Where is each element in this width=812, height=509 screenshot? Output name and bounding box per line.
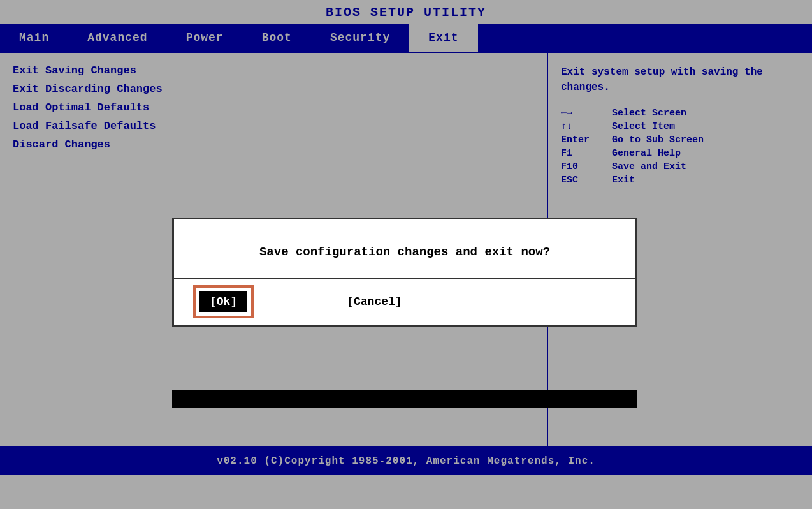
menu-item[interactable]: Exit Discarding Changes [13, 83, 534, 95]
black-bar [172, 390, 637, 408]
menu-item[interactable]: Exit Saving Changes [13, 64, 534, 77]
key-desc: Select Screen [612, 108, 686, 119]
modal-dialog: Save configuration changes and exit now?… [172, 218, 637, 327]
key-desc: Go to Sub Screen [612, 135, 704, 145]
key-name: ←→ [561, 108, 612, 119]
help-text: Exit system setup with saving the change… [561, 64, 799, 95]
title-bar: BIOS SETUP UTILITY [0, 0, 812, 24]
key-name: ↑↓ [561, 121, 612, 132]
app-title: BIOS SETUP UTILITY [326, 5, 486, 20]
key-hint-row: F10Save and Exit [561, 161, 799, 172]
key-name: F10 [561, 161, 612, 172]
ok-button[interactable]: [Ok] [199, 291, 247, 312]
key-desc: General Help [612, 148, 681, 159]
modal-message: Save configuration changes and exit now? [174, 219, 635, 279]
key-hint-row: ↑↓Select Item [561, 121, 799, 132]
nav-item-exit[interactable]: Exit [409, 24, 477, 52]
nav-item-boot[interactable]: Boot [243, 24, 311, 52]
nav-item-security[interactable]: Security [311, 24, 409, 52]
key-name: F1 [561, 148, 612, 159]
key-desc: Save and Exit [612, 161, 686, 172]
nav-item-advanced[interactable]: Advanced [68, 24, 166, 52]
menu-item[interactable]: Discard Changes [13, 138, 534, 151]
key-hints: ←→Select Screen↑↓Select ItemEnterGo to S… [561, 108, 799, 186]
menu-item[interactable]: Load Optimal Defaults [13, 101, 534, 114]
key-hint-row: EnterGo to Sub Screen [561, 135, 799, 145]
key-name: ESC [561, 175, 612, 186]
modal-buttons: [Ok] [Cancel] [174, 279, 635, 325]
key-name: Enter [561, 135, 612, 145]
key-hint-row: ESCExit [561, 175, 799, 186]
footer: v02.10 (C)Copyright 1985-2001, American … [0, 447, 812, 475]
key-desc: Select Item [612, 121, 675, 132]
key-hint-row: ←→Select Screen [561, 108, 799, 119]
nav-item-main[interactable]: Main [0, 24, 68, 52]
menu-item[interactable]: Load Failsafe Defaults [13, 120, 534, 132]
nav-item-power[interactable]: Power [167, 24, 243, 52]
key-desc: Exit [612, 175, 635, 186]
footer-text: v02.10 (C)Copyright 1985-2001, American … [217, 455, 595, 467]
nav-bar: MainAdvancedPowerBootSecurityExit [0, 24, 812, 52]
cancel-button[interactable]: [Cancel] [337, 291, 412, 312]
key-hint-row: F1General Help [561, 148, 799, 159]
